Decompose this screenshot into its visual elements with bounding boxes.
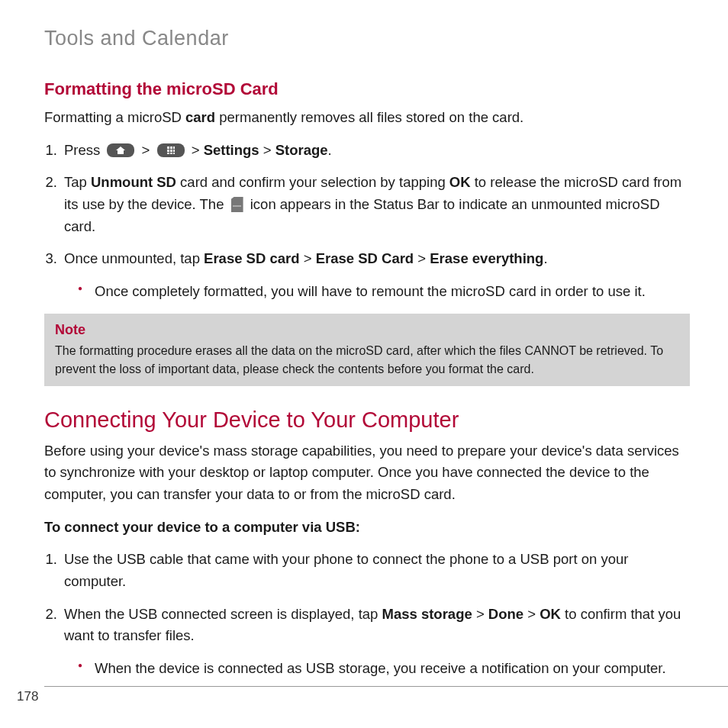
- section-title-formatting: Formatting the microSD Card: [44, 70, 690, 102]
- intro-paragraph: Before using your device's mass storage …: [44, 440, 690, 506]
- step-1: Use the USB cable that came with your ph…: [61, 549, 690, 592]
- text-bold: OK: [540, 606, 561, 622]
- text-bold: Storage: [275, 142, 328, 158]
- text: permanently removes all files stored on …: [215, 109, 523, 125]
- page-number: 178: [17, 687, 38, 707]
- separator: >: [259, 142, 275, 158]
- note-title: Note: [55, 320, 679, 340]
- text-bold: card: [185, 109, 215, 125]
- text-bold: OK: [449, 174, 471, 190]
- footer-rule: [44, 686, 728, 687]
- bullet-item: When the device is connected as USB stor…: [84, 658, 690, 680]
- separator: >: [472, 606, 488, 622]
- text: card and confirm your selection by tappi…: [176, 174, 449, 190]
- text-bold: Mass storage: [382, 606, 472, 622]
- separator: >: [414, 250, 430, 266]
- sd-card-icon: [231, 197, 243, 212]
- separator: >: [192, 142, 204, 158]
- separator: >: [300, 250, 316, 266]
- section-title-connecting: Connecting Your Device to Your Computer: [44, 403, 690, 437]
- text-bold: Erase SD Card: [316, 250, 414, 266]
- step-1: Press > > Settings > Storage.: [61, 140, 690, 162]
- text: Tap: [64, 174, 91, 190]
- step-2: When the USB connected screen is display…: [61, 604, 690, 680]
- subheading: To connect your device to a computer via…: [44, 517, 690, 539]
- intro-paragraph: Formatting a microSD card permanently re…: [44, 107, 690, 129]
- text: When the USB connected screen is display…: [64, 606, 382, 622]
- apps-button-icon: [157, 143, 185, 157]
- text-bold: Done: [488, 606, 523, 622]
- home-button-icon: [107, 143, 134, 157]
- bullet-item: Once completely formatted, you will have…: [84, 281, 690, 303]
- text-bold: Settings: [204, 142, 259, 158]
- page-footer: 178: [0, 687, 38, 707]
- text: Formatting a microSD: [44, 109, 185, 125]
- text: Once unmounted, tap: [64, 250, 204, 266]
- chapter-header: Tools and Calendar: [44, 23, 690, 55]
- separator: >: [523, 606, 540, 622]
- step-3: Once unmounted, tap Erase SD card > Eras…: [61, 248, 690, 302]
- text-bold: Unmount SD: [91, 174, 176, 190]
- text-bold: Erase SD card: [204, 250, 299, 266]
- step-2: Tap Unmount SD card and confirm your sel…: [61, 172, 690, 237]
- note-box: Note The formatting procedure erases all…: [44, 314, 690, 386]
- text-bold: Erase everything: [430, 250, 543, 266]
- text: Press: [64, 142, 104, 158]
- note-body: The formatting procedure erases all the …: [55, 344, 663, 375]
- separator: >: [142, 142, 154, 158]
